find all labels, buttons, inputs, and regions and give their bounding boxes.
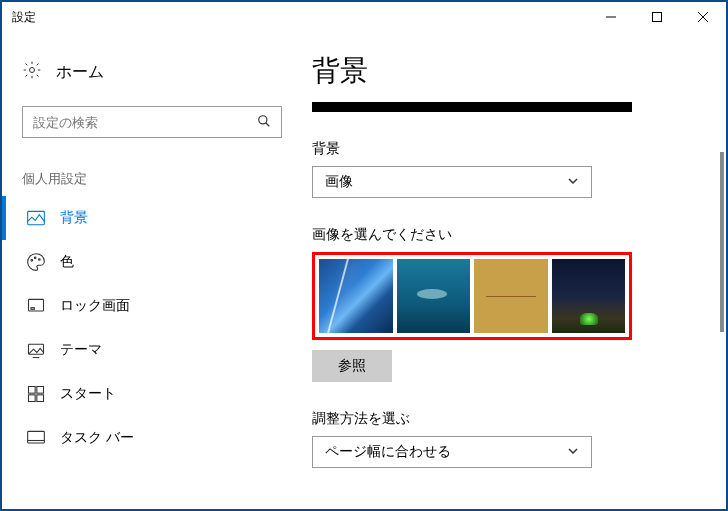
settings-window: 設定 ホーム bbox=[0, 0, 728, 511]
lockscreen-icon bbox=[26, 296, 46, 316]
sidebar-item-taskbar[interactable]: タスク バー bbox=[2, 416, 302, 460]
sidebar-item-label: テーマ bbox=[60, 341, 102, 359]
svg-point-4 bbox=[30, 68, 35, 73]
title-underline bbox=[312, 102, 632, 112]
choose-image-label: 画像を選んでください bbox=[312, 226, 686, 244]
home-button[interactable]: ホーム bbox=[2, 52, 302, 92]
sidebar-item-background[interactable]: 背景 bbox=[2, 196, 302, 240]
sidebar-item-label: 色 bbox=[60, 253, 74, 271]
sidebar-item-label: ロック画面 bbox=[60, 297, 130, 315]
sidebar-item-lockscreen[interactable]: ロック画面 bbox=[2, 284, 302, 328]
search-box[interactable] bbox=[22, 106, 282, 138]
image-thumb-4[interactable] bbox=[552, 259, 626, 333]
sidebar-item-themes[interactable]: テーマ bbox=[2, 328, 302, 372]
sidebar-item-label: スタート bbox=[60, 385, 116, 403]
sidebar-item-colors[interactable]: 色 bbox=[2, 240, 302, 284]
section-header: 個人用設定 bbox=[2, 152, 302, 196]
image-thumb-1[interactable] bbox=[319, 259, 393, 333]
sidebar-item-label: タスク バー bbox=[60, 429, 134, 447]
svg-point-10 bbox=[39, 259, 41, 261]
svg-point-9 bbox=[34, 257, 36, 259]
sidebar-item-label: 背景 bbox=[60, 209, 88, 227]
window-title: 設定 bbox=[12, 9, 36, 26]
svg-rect-18 bbox=[28, 431, 45, 443]
svg-rect-16 bbox=[29, 395, 36, 402]
start-icon bbox=[26, 384, 46, 404]
svg-point-5 bbox=[259, 115, 267, 123]
sidebar: ホーム 個人用設定 背景 色 bbox=[2, 32, 302, 509]
background-label: 背景 bbox=[312, 140, 686, 158]
svg-rect-12 bbox=[31, 308, 34, 310]
picture-icon bbox=[26, 208, 46, 228]
close-button[interactable] bbox=[680, 2, 726, 32]
svg-rect-14 bbox=[29, 387, 36, 394]
search-input[interactable] bbox=[33, 115, 257, 130]
sidebar-item-start[interactable]: スタート bbox=[2, 372, 302, 416]
svg-rect-15 bbox=[37, 387, 44, 394]
minimize-button[interactable] bbox=[588, 2, 634, 32]
image-thumb-2[interactable] bbox=[397, 259, 471, 333]
gear-icon bbox=[22, 60, 42, 84]
background-dropdown[interactable]: 画像 bbox=[312, 166, 592, 198]
scrollbar[interactable] bbox=[720, 152, 724, 332]
maximize-button[interactable] bbox=[634, 2, 680, 32]
titlebar: 設定 bbox=[2, 2, 726, 32]
window-controls bbox=[588, 2, 726, 32]
fit-dropdown[interactable]: ページ幅に合わせる bbox=[312, 436, 592, 468]
chevron-down-icon bbox=[567, 443, 579, 461]
page-title: 背景 bbox=[312, 52, 686, 90]
themes-icon bbox=[26, 340, 46, 360]
svg-rect-1 bbox=[653, 13, 662, 22]
dropdown-value: 画像 bbox=[325, 173, 353, 191]
taskbar-icon bbox=[26, 428, 46, 448]
dropdown-value: ページ幅に合わせる bbox=[325, 443, 451, 461]
palette-icon bbox=[26, 252, 46, 272]
image-thumbnails-highlight bbox=[312, 252, 632, 340]
svg-point-8 bbox=[31, 260, 33, 262]
fit-label: 調整方法を選ぶ bbox=[312, 410, 686, 428]
svg-rect-17 bbox=[37, 395, 44, 402]
main-panel: 背景 背景 画像 画像を選んでください 参照 調整方法を選ぶ ページ幅に合わせる bbox=[302, 32, 726, 509]
browse-button[interactable]: 参照 bbox=[312, 350, 392, 382]
search-icon bbox=[257, 114, 271, 131]
image-thumb-3[interactable] bbox=[474, 259, 548, 333]
svg-line-6 bbox=[266, 122, 270, 126]
chevron-down-icon bbox=[567, 173, 579, 191]
content-area: ホーム 個人用設定 背景 色 bbox=[2, 32, 726, 509]
home-label: ホーム bbox=[56, 62, 104, 83]
